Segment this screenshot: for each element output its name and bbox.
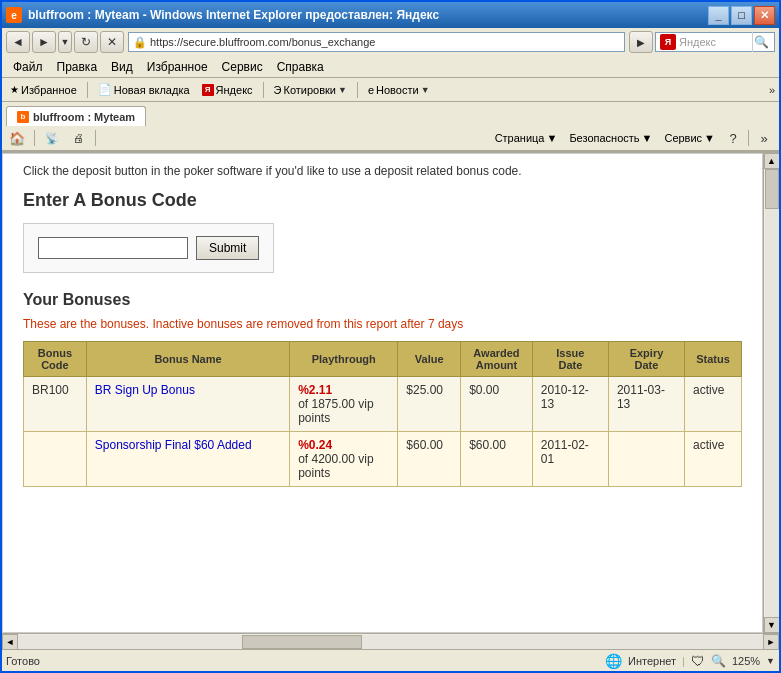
menu-bar: Файл Правка Вид Избранное Сервис Справка [2,56,779,78]
row1-value: $25.00 [398,377,461,432]
maximize-button[interactable]: □ [731,6,752,25]
title-bar: e bluffroom : Myteam - Windows Internet … [2,2,779,28]
service-menu-label: Сервис [664,132,702,144]
page-menu[interactable]: Страница ▼ [490,130,563,146]
tab-bar: b bluffroom : Myteam [2,102,779,126]
tab-bluffroom[interactable]: b bluffroom : Myteam [6,106,146,126]
scroll-up-button[interactable]: ▲ [764,153,780,169]
fav-new-tab[interactable]: 📄 Новая вкладка [94,82,194,97]
window-controls: _ □ ✕ [708,6,775,25]
toolbar-strip: 🏠 📡 🖨 Страница ▼ Безопасность ▼ Сервис ▼… [2,126,779,152]
fav-news-icon: е [368,84,374,96]
col-playthrough: Playthrough [290,342,398,377]
fav-separator-1 [87,82,88,98]
search-box[interactable]: Я Яндекс 🔍 [655,32,775,52]
fav-news[interactable]: е Новости ▼ [364,83,434,97]
address-bar[interactable]: 🔒 https://secure.bluffroom.com/bonus_exc… [128,32,625,52]
back-button[interactable]: ◄ [6,31,30,53]
row2-bonus-name: Sponsorship Final $60 Added [86,432,289,487]
menu-service[interactable]: Сервис [219,59,266,75]
fav-separator-2 [263,82,264,98]
scroll-right-button[interactable]: ► [763,634,779,650]
scrollbar-vertical[interactable]: ▲ ▼ [763,153,779,633]
status-text: Готово [6,655,597,667]
row2-bonus-link[interactable]: Sponsorship Final $60 Added [95,438,252,452]
address-go-button[interactable]: ▶ [629,31,653,53]
bonus-code-input[interactable] [38,237,188,259]
col-bonus-code: BonusCode [24,342,87,377]
bonuses-info: These are the bonuses. Inactive bonuses … [23,317,742,331]
scroll-down-button[interactable]: ▼ [764,617,780,633]
zoom-arrow: ▼ [766,656,775,666]
print-button[interactable]: 🖨 [67,128,89,148]
menu-help[interactable]: Справка [274,59,327,75]
col-awarded: AwardedAmount [461,342,533,377]
scrollbar-horizontal[interactable]: ◄ ► [2,633,779,649]
row1-pct-detail: of 1875.00 vippoints [298,397,373,425]
info-text: Click the deposit button in the poker so… [23,164,742,178]
submit-button[interactable]: Submit [196,236,259,260]
row1-playthrough: %2.11 of 1875.00 vippoints [290,377,398,432]
menu-favorites[interactable]: Избранное [144,59,211,75]
menu-view[interactable]: Вид [108,59,136,75]
service-menu[interactable]: Сервис ▼ [659,130,720,146]
content-area: Click the deposit button in the poker so… [2,153,779,633]
forward-button[interactable]: ► [32,31,56,53]
service-menu-arrow: ▼ [704,132,715,144]
row2-bonus-code [24,432,87,487]
search-placeholder: Яндекс [679,36,752,48]
scroll-thumb-h[interactable] [242,635,362,649]
fav-news-arrow: ▼ [421,85,430,95]
rss-button[interactable]: 📡 [41,128,63,148]
fav-favorites[interactable]: ★ Избранное [6,83,81,97]
yandex-icon: Я [660,34,676,50]
lock-icon: 🔒 [133,36,147,49]
menu-file[interactable]: Файл [10,59,46,75]
status-right: 🌐 Интернет | 🛡 🔍 125% ▼ [605,653,775,669]
refresh-button[interactable]: ↻ [74,31,98,53]
row1-issue-date: 2010-12-13 [532,377,608,432]
menu-edit[interactable]: Правка [54,59,101,75]
fav-quotes[interactable]: Э Котировки ▼ [270,83,351,97]
fav-yandex[interactable]: Я Яндекс [198,83,257,97]
row1-bonus-link[interactable]: BR Sign Up Bonus [95,383,195,397]
col-value: Value [398,342,461,377]
help-button[interactable]: ? [722,128,744,148]
security-menu[interactable]: Безопасность ▼ [564,130,657,146]
stop-button[interactable]: ✕ [100,31,124,53]
browser-chrome: ◄ ► ▼ ↻ ✕ 🔒 https://secure.bluffroom.com… [2,28,779,153]
expand-button[interactable]: » [753,128,775,148]
row1-pct: %2.11 [298,383,332,397]
dropdown-button[interactable]: ▼ [58,31,72,53]
col-bonus-name: Bonus Name [86,342,289,377]
home-button[interactable]: 🏠 [6,128,28,148]
security-menu-label: Безопасность [569,132,639,144]
favorites-bar: ★ Избранное 📄 Новая вкладка Я Яндекс Э К… [2,78,779,102]
page-content: Click the deposit button in the poker so… [2,153,763,633]
scroll-left-button[interactable]: ◄ [2,634,18,650]
col-status: Status [685,342,742,377]
status-bar: Готово 🌐 Интернет | 🛡 🔍 125% ▼ [2,649,779,671]
your-bonuses-title: Your Bonuses [23,291,742,309]
toolbar-sep-2 [95,130,96,146]
bonus-code-form: Submit [23,223,274,273]
search-button[interactable]: 🔍 [752,32,770,52]
row2-issue-date: 2011-02-01 [532,432,608,487]
protect-icon: 🛡 [691,653,705,669]
close-button[interactable]: ✕ [754,6,775,25]
row1-bonus-code: BR100 [24,377,87,432]
table-row: BR100 BR Sign Up Bonus %2.11 of 1875.00 … [24,377,742,432]
row1-bonus-name: BR Sign Up Bonus [86,377,289,432]
bonus-table: BonusCode Bonus Name Playthrough Value A… [23,341,742,487]
row2-expiry-date [608,432,684,487]
internet-icon: 🌐 [605,653,622,669]
row1-awarded: $0.00 [461,377,533,432]
minimize-button[interactable]: _ [708,6,729,25]
window-icon: e [6,7,22,23]
toolbar-right-group: Страница ▼ Безопасность ▼ Сервис ▼ ? » [490,128,775,148]
favbar-expand-button[interactable]: » [769,84,775,96]
internet-label: Интернет [628,655,676,667]
scroll-thumb-v[interactable] [765,169,779,209]
zoom-icon: 🔍 [711,654,726,668]
col-expiry-date: ExpiryDate [608,342,684,377]
